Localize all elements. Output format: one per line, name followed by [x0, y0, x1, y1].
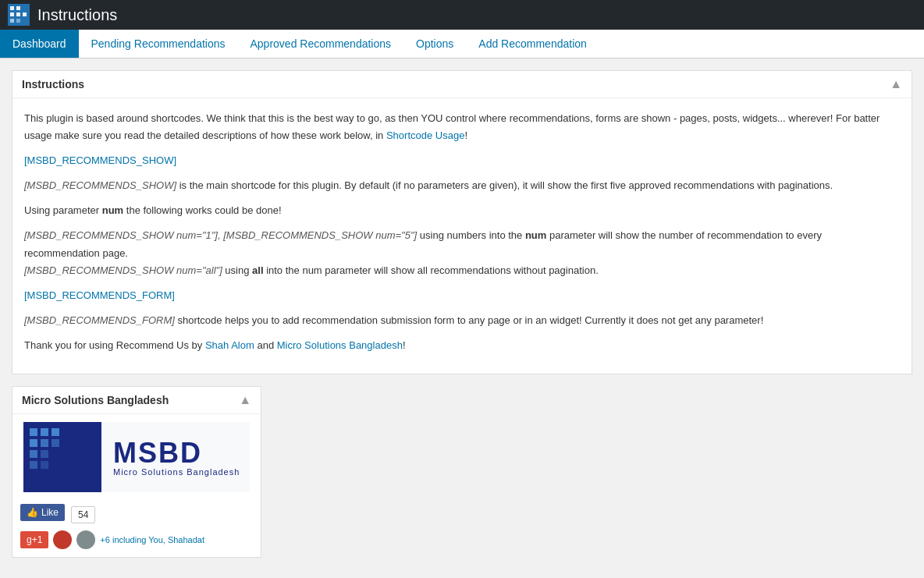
svg-rect-12	[30, 439, 37, 447]
svg-rect-7	[16, 19, 20, 23]
svg-rect-1	[10, 6, 14, 10]
show-code-link[interactable]: [MSBD_RECOMMENDS_SHOW]	[24, 154, 176, 166]
form-code-para: [MSBD_RECOMMENDS_FORM]	[24, 287, 900, 304]
page-title: Instructions	[37, 6, 117, 24]
avatar-1	[53, 530, 72, 549]
fb-like-row: 👍 Like 54	[20, 504, 253, 526]
fb-count-badge: 54	[71, 506, 95, 523]
svg-rect-15	[30, 450, 37, 458]
gplus-row: g+1 +6 including You, Shahadat	[20, 530, 253, 549]
show-code-para: [MSBD_RECOMMENDS_SHOW]	[24, 152, 900, 169]
all-bold: all	[252, 264, 263, 276]
tab-dashboard[interactable]: Dashboard	[0, 30, 79, 58]
instructions-box-title: Instructions	[22, 78, 84, 90]
thanks-para: Thank you for using Recommend Us by Shah…	[24, 337, 900, 354]
tab-options[interactable]: Options	[403, 30, 466, 58]
instructions-box-header: Instructions ▲	[12, 71, 912, 98]
thumbs-up-icon: 👍	[27, 507, 38, 518]
param-para: Using parameter num the following works …	[24, 202, 900, 219]
svg-rect-2	[16, 6, 20, 10]
instructions-intro-para: This plugin is based around shortcodes. …	[24, 110, 900, 144]
svg-rect-17	[30, 461, 37, 469]
form-desc-para: [MSBD_RECOMMENDS_FORM] shortcode helps y…	[24, 312, 900, 329]
svg-rect-3	[10, 12, 14, 16]
msbd-box-title: Micro Solutions Bangladesh	[22, 394, 169, 406]
example-para: [MSBD_RECOMMENDS_SHOW num="1"], [MSBD_RE…	[24, 227, 900, 278]
svg-rect-14	[52, 439, 59, 447]
svg-text:MSBD: MSBD	[113, 437, 202, 469]
svg-rect-16	[41, 450, 48, 458]
form-code-link[interactable]: [MSBD_RECOMMENDS_FORM]	[24, 289, 175, 301]
svg-rect-5	[23, 12, 27, 16]
msbd-widget-box: Micro Solutions Bangladesh ▲	[12, 386, 261, 558]
plugin-icon	[8, 4, 30, 26]
all-code: [MSBD_RECOMMENDS_SHOW num="all"]	[24, 264, 222, 276]
svg-text:Micro Solutions Bangladesh: Micro Solutions Bangladesh	[113, 467, 240, 477]
msbd-box-toggle[interactable]: ▲	[239, 393, 251, 407]
instructions-box: Instructions ▲ This plugin is based arou…	[12, 70, 912, 374]
msbd-social-section: 👍 Like 54 g+1 +6 including You, Shahadat	[12, 500, 261, 557]
tab-approved-recommendations[interactable]: Approved Recommendations	[238, 30, 404, 58]
msbd-logo-area: MSBD Micro Solutions Bangladesh	[12, 414, 261, 500]
page-header: Instructions	[0, 0, 924, 30]
svg-rect-6	[10, 19, 14, 23]
shortcode-usage-link[interactable]: Shortcode Usage	[386, 129, 464, 141]
svg-rect-4	[16, 12, 20, 16]
fb-like-button[interactable]: 👍 Like	[20, 504, 65, 521]
instructions-box-toggle[interactable]: ▲	[890, 77, 902, 91]
nav-tabs: Dashboard Pending Recommendations Approv…	[0, 30, 924, 59]
svg-rect-11	[52, 428, 59, 436]
avatar-2	[76, 530, 95, 549]
svg-rect-18	[41, 461, 48, 469]
param-num-bold: num	[102, 204, 123, 216]
msbd-link[interactable]: Micro Solutions Bangladesh	[277, 339, 403, 351]
gplus-extra-text: +6 including You, Shahadat	[100, 535, 204, 544]
msbd-box-header: Micro Solutions Bangladesh ▲	[12, 387, 261, 414]
svg-rect-10	[41, 428, 48, 436]
tab-pending-recommendations[interactable]: Pending Recommendations	[79, 30, 238, 58]
gplus-button[interactable]: g+1	[20, 531, 48, 548]
shah-alom-link[interactable]: Shah Alom	[205, 339, 254, 351]
example-code: [MSBD_RECOMMENDS_SHOW num="1"], [MSBD_RE…	[24, 229, 417, 241]
main-content: Instructions ▲ This plugin is based arou…	[0, 59, 924, 569]
show-desc-para: [MSBD_RECOMMENDS_SHOW] is the main short…	[24, 177, 900, 194]
form-desc-code: [MSBD_RECOMMENDS_FORM]	[24, 314, 175, 326]
svg-rect-13	[41, 439, 48, 447]
svg-rect-9	[30, 428, 37, 436]
tab-add-recommendation[interactable]: Add Recommendation	[466, 30, 599, 58]
instructions-box-content: This plugin is based around shortcodes. …	[12, 98, 912, 374]
show-desc-code: [MSBD_RECOMMENDS_SHOW]	[24, 179, 176, 191]
msbd-logo: MSBD Micro Solutions Bangladesh	[23, 422, 250, 492]
